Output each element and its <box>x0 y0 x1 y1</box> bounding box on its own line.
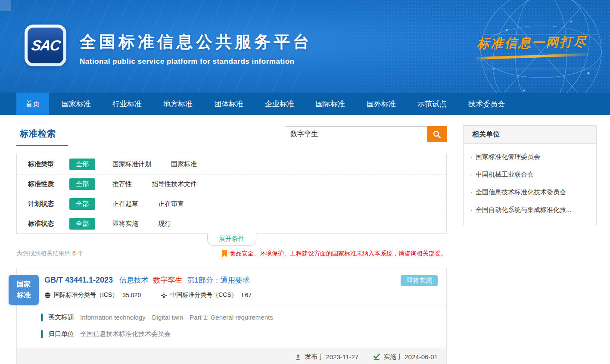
nav-item-international[interactable]: 国际标准 <box>307 93 354 115</box>
english-title-value: Information technology—Digital twin—Part… <box>80 314 273 321</box>
filter-option[interactable]: 国家标准 <box>171 160 197 168</box>
nav-item-national[interactable]: 国家标准 <box>53 93 100 115</box>
search-button[interactable] <box>427 126 447 142</box>
filter-option[interactable]: 推荐性 <box>112 180 132 188</box>
national-standard-badge: 国家 标准 <box>9 275 39 305</box>
compass-icon <box>161 292 167 299</box>
expand-wrap: 展开条件 <box>16 234 447 246</box>
nav-item-industry[interactable]: 行业标准 <box>103 93 151 115</box>
card-rows: 英文标题 Information technology—Digital twin… <box>17 305 446 348</box>
search-input[interactable] <box>285 126 427 142</box>
site-title: 全国标准信息公共服务平台 <box>80 31 312 53</box>
globe-icon <box>44 292 51 299</box>
search-term-highlight: 数字孪生 <box>153 276 183 284</box>
nav-item-pilot[interactable]: 示范试点 <box>408 93 456 115</box>
bookmark-icon <box>222 250 227 258</box>
sidebar-item-sac[interactable]: 国家标准化管理委员会 <box>470 148 589 166</box>
search-box <box>285 126 447 142</box>
sac-logo-text: SAC <box>30 37 61 54</box>
tab-standard-search[interactable]: 标准检索 <box>16 125 68 146</box>
related-units-list: 国家标准化管理委员会 中国机械工业联合会 全国信息技术标准化技术委员会 全国自动… <box>464 144 596 225</box>
page-title: 标准检索 <box>16 128 68 146</box>
slogan-underline-decoration <box>474 53 590 59</box>
sidebar-item-automation[interactable]: 全国自动化系统与集成标准化技... <box>470 201 589 219</box>
ics-meta: 国际标准分类号（ICS） 35.020 <box>44 291 141 299</box>
ccs-meta: 中国标准分类号（CCS） L67 <box>161 291 252 299</box>
filter-option[interactable]: 国家标准计划 <box>112 160 151 168</box>
status-badge: 即将实施 <box>401 275 438 286</box>
nav-item-local[interactable]: 地方标准 <box>154 93 202 115</box>
unit-row: 归口单位 全国信息技术标准化技术委员会 <box>41 330 437 338</box>
sidebar: 相关单位 国家标准化管理委员会 中国机械工业联合会 全国信息技术标准化技术委员会… <box>463 125 597 364</box>
filter-label: 标准状态 <box>28 220 69 228</box>
implement-date: 2024-06-01 <box>405 353 438 361</box>
nav-item-enterprise[interactable]: 企业标准 <box>256 93 303 115</box>
search-row: 标准检索 <box>16 125 447 154</box>
filter-option[interactable]: 正在审查 <box>158 200 184 208</box>
filter-box: 标准类型 全部 国家标准计划 国家标准 标准性质 全部 推荐性 指导性技术文件 … <box>16 154 447 234</box>
sac-logo-inner: SAC <box>28 28 63 63</box>
results-summary: 为您找到相关结果约6个 <box>16 250 84 258</box>
title-block: 全国标准信息公共服务平台 National public service pla… <box>80 31 312 66</box>
filter-row-standard-status: 标准状态 全部 即将实施 现行 <box>17 214 446 233</box>
filter-option[interactable]: 指导性技术文件 <box>152 180 197 188</box>
nav-item-tech-committee[interactable]: 技术委员会 <box>459 93 514 115</box>
publish-date-item: 发布于 2023-11-27 <box>295 353 358 361</box>
implement-date-item: 实施于 2024-06-01 <box>373 353 438 361</box>
implement-check-icon <box>373 354 380 361</box>
slogan-block: 标准信息一网打尽 <box>467 34 597 58</box>
sidebar-item-machinery[interactable]: 中国机械工业联合会 <box>470 166 589 184</box>
filter-row-standard-nature: 标准性质 全部 推荐性 指导性技术文件 <box>17 174 446 194</box>
filter-all-button[interactable]: 全部 <box>69 159 95 170</box>
unit-value: 全国信息技术标准化技术委员会 <box>80 330 171 338</box>
nav-item-foreign[interactable]: 国外标准 <box>358 93 405 115</box>
expand-conditions-button[interactable]: 展开条件 <box>207 233 256 246</box>
main-column: 标准检索 标准类型 全部 国家标准计划 国家标准 标准性质 <box>16 125 447 364</box>
filter-option[interactable]: 正在起草 <box>112 200 138 208</box>
filter-label: 计划状态 <box>28 200 69 208</box>
filter-all-button[interactable]: 全部 <box>69 218 95 230</box>
publish-upload-icon <box>295 354 302 361</box>
nav-item-group[interactable]: 团体标准 <box>205 93 252 115</box>
standard-title-link[interactable]: GB/T 43441.1-2023 信息技术 数字孪生 第1部分：通用要求 <box>44 275 437 285</box>
ccs-value: L67 <box>242 292 252 299</box>
header-corner-decoration <box>0 0 11 11</box>
filter-option[interactable]: 现行 <box>158 220 171 228</box>
site-header: SAC 全国标准信息公共服务平台 National public service… <box>0 0 610 93</box>
result-card: 国家 标准 GB/T 43441.1-2023 信息技术 数字孪生 第1部分：通… <box>16 268 447 364</box>
results-count: 6 <box>72 250 76 257</box>
filter-option[interactable]: 即将实施 <box>112 220 138 228</box>
site-subtitle: National public service platform for sta… <box>80 57 312 66</box>
page-body: 标准检索 标准类型 全部 国家标准计划 国家标准 标准性质 <box>0 115 610 364</box>
filter-label: 标准类型 <box>28 160 69 168</box>
publish-date: 2023-11-27 <box>326 353 358 361</box>
standard-code: GB/T 43441.1-2023 <box>44 276 113 284</box>
card-footer: 发布于 2023-11-27 实施于 2024-06-01 <box>16 348 447 364</box>
results-notice: 食品安全、环境保护、工程建设方面的国家标准未纳入本系统，请咨询相关部委。 <box>222 250 447 258</box>
ics-value: 35.020 <box>122 292 141 299</box>
filter-label: 标准性质 <box>28 180 69 188</box>
main-nav: 首页 国家标准 行业标准 地方标准 团体标准 企业标准 国际标准 国外标准 示范… <box>0 93 610 115</box>
slogan-text: 标准信息一网打尽 <box>477 34 588 53</box>
results-info: 为您找到相关结果约6个 食品安全、环境保护、工程建设方面的国家标准未纳入本系统，… <box>16 249 447 258</box>
english-title-row: 英文标题 Information technology—Digital twin… <box>41 313 437 321</box>
filter-all-button[interactable]: 全部 <box>69 198 95 210</box>
row-bar-decoration <box>41 314 43 321</box>
filter-all-button[interactable]: 全部 <box>69 178 95 190</box>
filter-row-plan-status: 计划状态 全部 正在起草 正在审查 <box>17 194 446 214</box>
sidebar-item-it-tc[interactable]: 全国信息技术标准化技术委员会 <box>470 184 589 201</box>
row-bar-decoration <box>41 330 43 338</box>
card-head: GB/T 43441.1-2023 信息技术 数字孪生 第1部分：通用要求 即将… <box>17 268 446 305</box>
search-icon <box>433 130 441 139</box>
nav-item-home[interactable]: 首页 <box>16 93 49 115</box>
sac-logo: SAC <box>25 25 66 66</box>
filter-row-standard-type: 标准类型 全部 国家标准计划 国家标准 <box>17 154 446 174</box>
card-meta: 国际标准分类号（ICS） 35.020 中国标准分类号（CCS） L67 <box>44 291 437 299</box>
card-main: GB/T 43441.1-2023 信息技术 数字孪生 第1部分：通用要求 即将… <box>16 268 447 348</box>
related-units-box: 相关单位 国家标准化管理委员会 中国机械工业联合会 全国信息技术标准化技术委员会… <box>463 125 597 225</box>
related-units-title: 相关单位 <box>464 126 596 144</box>
